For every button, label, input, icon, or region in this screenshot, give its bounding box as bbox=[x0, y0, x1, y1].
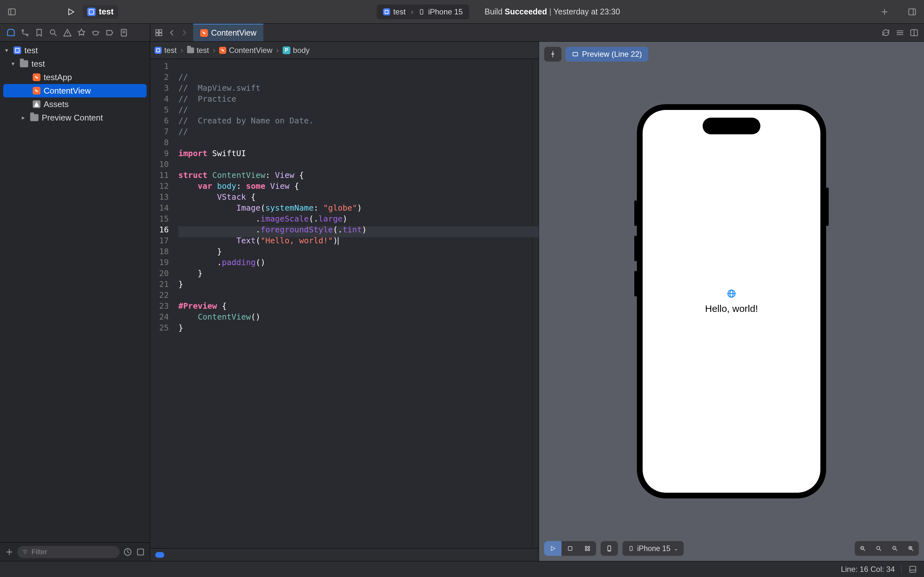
toggle-left-panel-icon[interactable] bbox=[6, 6, 18, 18]
tree-label: Preview Content bbox=[42, 113, 103, 123]
svg-rect-19 bbox=[156, 29, 158, 32]
variants-button[interactable] bbox=[579, 541, 596, 556]
tab-label: ContentView bbox=[211, 28, 256, 37]
svg-rect-60 bbox=[910, 566, 916, 572]
scheme-device: iPhone 15 bbox=[428, 7, 463, 16]
svg-marker-2 bbox=[69, 9, 74, 15]
device-settings-button[interactable] bbox=[601, 541, 618, 556]
svg-point-51 bbox=[877, 546, 880, 550]
pin-preview-button[interactable] bbox=[544, 47, 561, 61]
code-editor[interactable]: 1234567891011121314151617181920212223242… bbox=[150, 59, 539, 548]
globe-icon bbox=[727, 289, 736, 301]
editor-bottom-bar bbox=[150, 548, 539, 561]
add-button[interactable] bbox=[879, 6, 891, 18]
related-items-icon[interactable] bbox=[153, 27, 165, 39]
zoom-fit-button[interactable] bbox=[871, 541, 887, 556]
tree-item[interactable]: Assets bbox=[3, 97, 147, 111]
svg-text:1: 1 bbox=[893, 547, 895, 549]
preview-canvas[interactable]: Hello, world! bbox=[539, 42, 924, 561]
tree-item[interactable]: testApp bbox=[3, 71, 147, 84]
chevron-right-icon: › bbox=[213, 46, 215, 55]
folder-icon bbox=[30, 114, 39, 121]
issue-navigator-icon[interactable] bbox=[61, 26, 74, 39]
svg-rect-3 bbox=[420, 9, 423, 14]
svg-line-11 bbox=[55, 34, 57, 35]
library-button[interactable] bbox=[906, 6, 918, 18]
swift-file-icon bbox=[200, 29, 208, 37]
file-tree[interactable]: ▾ test ▾ test testApp ContentView Assets bbox=[0, 42, 150, 542]
divider bbox=[901, 565, 901, 574]
preview-bottom-bar: iPhone 15 ⌄ 1 bbox=[544, 541, 919, 556]
svg-rect-21 bbox=[156, 33, 158, 35]
bookmark-navigator-icon[interactable] bbox=[33, 26, 45, 39]
breakpoint-indicator-icon[interactable] bbox=[155, 552, 164, 558]
svg-rect-22 bbox=[159, 33, 162, 35]
line-gutter: 1234567891011121314151617181920212223242… bbox=[150, 59, 173, 548]
svg-rect-35 bbox=[573, 53, 578, 56]
disclosure-triangle-icon[interactable]: ▾ bbox=[5, 47, 10, 54]
zoom-actual-button[interactable]: 1 bbox=[887, 541, 903, 556]
app-icon bbox=[87, 8, 95, 16]
breakpoint-navigator-icon[interactable] bbox=[103, 26, 116, 39]
disclosure-triangle-icon[interactable]: ▾ bbox=[11, 60, 17, 67]
editor-toolbar: ContentView bbox=[0, 24, 924, 42]
project-title-chip[interactable]: test bbox=[83, 5, 118, 19]
report-navigator-icon[interactable] bbox=[118, 26, 130, 39]
tab-contentview[interactable]: ContentView bbox=[193, 24, 263, 41]
svg-point-10 bbox=[50, 29, 55, 34]
scheme-selector[interactable]: test › iPhone 15 bbox=[376, 5, 469, 19]
tree-item-selected[interactable]: ContentView bbox=[3, 84, 147, 97]
jump-bar[interactable]: test › test › ContentView › Pbody bbox=[150, 42, 539, 59]
tree-label: test bbox=[31, 59, 45, 69]
refresh-icon[interactable] bbox=[880, 27, 892, 39]
chevron-right-icon: › bbox=[276, 46, 279, 55]
forward-button[interactable] bbox=[178, 27, 191, 39]
tree-label: ContentView bbox=[44, 86, 91, 96]
minimap-toggle-icon[interactable] bbox=[908, 563, 918, 575]
scm-filter-icon[interactable] bbox=[136, 546, 145, 558]
swift-file-icon bbox=[33, 73, 40, 81]
svg-rect-40 bbox=[568, 546, 572, 550]
folder-icon bbox=[187, 47, 194, 53]
tree-folder[interactable]: ▸ Preview Content bbox=[3, 111, 147, 124]
selectable-preview-button[interactable] bbox=[561, 541, 579, 556]
zoom-out-button[interactable] bbox=[855, 541, 871, 556]
live-preview-button[interactable] bbox=[544, 541, 561, 556]
device-screen: Hello, world! bbox=[643, 110, 821, 493]
test-navigator-icon[interactable] bbox=[75, 26, 88, 39]
scheme-target: test bbox=[393, 7, 406, 16]
svg-rect-34 bbox=[137, 549, 144, 555]
build-status: Build Succeeded | Yesterday at 23:30 bbox=[485, 7, 620, 16]
main-area: ▾ test ▾ test testApp ContentView Assets bbox=[0, 42, 924, 561]
swift-file-icon bbox=[219, 47, 226, 54]
project-navigator-icon[interactable] bbox=[5, 26, 17, 39]
tree-root[interactable]: ▾ test bbox=[3, 44, 147, 57]
preview-icon bbox=[572, 51, 579, 58]
preview-device-label: iPhone 15 bbox=[637, 544, 670, 553]
run-button[interactable] bbox=[65, 6, 77, 18]
preview-device-selector[interactable]: iPhone 15 ⌄ bbox=[622, 541, 684, 556]
preview-chip[interactable]: Preview (Line 22) bbox=[565, 47, 648, 61]
zoom-in-button[interactable] bbox=[903, 541, 919, 556]
dynamic-island bbox=[703, 118, 760, 134]
disclosure-triangle-icon[interactable]: ▸ bbox=[22, 114, 27, 121]
svg-rect-13 bbox=[93, 31, 98, 35]
preview-chip-label: Preview (Line 22) bbox=[582, 50, 642, 59]
adjust-editor-icon[interactable] bbox=[908, 27, 920, 39]
svg-line-59 bbox=[912, 550, 913, 551]
navigator-filter-bar: Filter bbox=[0, 542, 150, 561]
add-file-button[interactable] bbox=[5, 546, 14, 558]
chevron-right-icon: › bbox=[181, 46, 183, 55]
find-navigator-icon[interactable] bbox=[47, 26, 60, 39]
source-control-navigator-icon[interactable] bbox=[19, 26, 31, 39]
svg-line-52 bbox=[880, 550, 881, 551]
tree-folder[interactable]: ▾ test bbox=[3, 57, 147, 71]
preview-text: Hello, world! bbox=[705, 303, 758, 314]
filter-input[interactable]: Filter bbox=[17, 546, 120, 558]
recent-icon[interactable] bbox=[123, 546, 132, 558]
code-area[interactable]: //// MapView.swift// Practice//// Create… bbox=[173, 59, 539, 548]
editor-options-icon[interactable] bbox=[894, 27, 906, 39]
debug-navigator-icon[interactable] bbox=[89, 26, 102, 39]
editor-column: test › test › ContentView › Pbody 123456… bbox=[150, 42, 539, 561]
back-button[interactable] bbox=[166, 27, 178, 39]
